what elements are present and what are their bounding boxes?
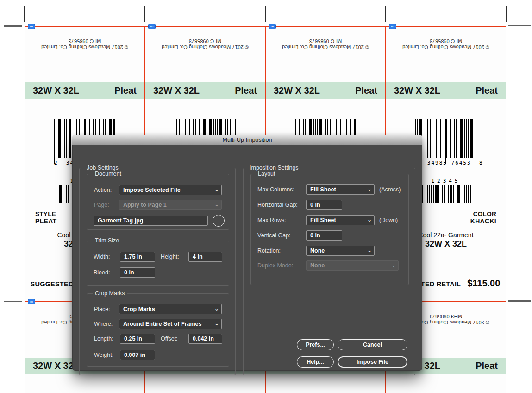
page-label: Page: [94,200,109,210]
tag-size-band: 32W X 32L Pleat [266,82,385,99]
horizontal-gap-value: 0 in [310,202,320,208]
place-value: Crop Marks [123,306,155,312]
copyright-text: © 2017 Meadows Clothing Co. Limited [25,44,144,50]
offset-input[interactable]: 0.042 in [188,334,222,344]
browse-button[interactable]: ... [213,215,225,227]
place-dropdown[interactable]: Crop Marks [119,304,222,314]
sku-digits: 12345 [420,178,472,184]
width-input[interactable]: 1.75 in [120,252,155,262]
chevron-down-icon [391,261,396,269]
where-label: Where: [94,319,113,329]
down-note: (Down) [379,215,398,225]
dialog-body: Job Settings Document Action: Impose Sel… [72,145,422,371]
copyright-text: © 2017 Meadows Clothing Co. Limited [386,44,506,50]
crop-mark [24,6,25,22]
page-guide [8,0,8,393]
bleed-value: 0 in [124,269,134,276]
multi-up-imposition-dialog: Multi-Up Imposition Job Settings Documen… [72,135,422,371]
bleed-input[interactable]: 0 in [120,267,155,278]
height-value: 4 in [193,254,203,260]
retail-price: $115.00 [467,278,500,289]
tag-size: 32W X 32L [153,85,200,96]
length-input[interactable]: 0.25 in [120,334,155,344]
height-input[interactable]: 4 in [188,252,222,262]
length-value: 0.25 in [124,336,142,342]
bleed-label: Bleed: [94,267,110,278]
trim-size-group: Trim Size [87,241,229,286]
tag-copyright-block: © 2017 Meadows Clothing Co. Limited MFG … [266,38,385,50]
prefs-button[interactable]: Prefs... [297,339,334,350]
weight-label: Weight: [94,350,113,360]
upc-barcode: 2 34985 76453 8 [415,119,476,166]
dialog-titlebar[interactable]: Multi-Up Imposition [72,135,422,145]
help-button[interactable]: Help... [297,356,334,368]
tag-style-name: Pleat [355,85,377,96]
page-dropdown: Apply to Page 1 [119,200,222,210]
crop-marks-legend: Crop Marks [93,290,127,297]
horizontal-gap-label: Horizontal Gap: [257,200,298,210]
rotation-dropdown[interactable]: None [306,246,375,256]
where-value: Around Entire Set of Frames [123,321,201,327]
max-rows-label: Max Rows: [257,215,286,225]
tag-style-name: Pleat [476,85,498,96]
page-guide [525,0,525,393]
upc-guard-bar [476,119,476,164]
max-columns-dropdown[interactable]: Fill Sheet [306,184,375,195]
tag-size: 32W X 32L [394,85,440,96]
rotation-value: None [310,247,325,254]
height-label: Height: [161,252,179,262]
copyright-text: © 2017 Meadows Clothing Co. Limited [145,44,265,50]
link-chain-icon: ∞ [28,24,35,29]
dialog-title: Multi-Up Imposition [223,137,272,143]
chevron-down-icon [367,185,372,193]
tag-copyright-block: © 2017 Meadows Clothing Co. Limited MFG … [386,38,506,50]
weight-value: 0.007 in [124,352,145,358]
weight-input[interactable]: 0.007 in [120,350,155,360]
impose-file-button[interactable]: Impose File [338,356,407,368]
color-block: COLOR KHACKI [470,210,496,225]
crop-mark [144,6,145,22]
action-dropdown[interactable]: Impose Selected File [119,185,222,195]
link-chain-icon: ∞ [269,24,276,29]
mfg-number: MFG 0985673 [266,38,385,44]
sku-barcode: 12345 [420,178,472,203]
duplex-mode-dropdown: None [306,260,399,271]
trim-size-legend: Trim Size [93,237,121,244]
job-settings-legend: Job Settings [84,165,121,171]
chevron-down-icon [214,319,219,328]
crop-mark [265,6,266,22]
chevron-down-icon [214,304,219,313]
cancel-button[interactable]: Cancel [338,339,407,350]
across-note: (Across) [379,184,401,195]
link-chain-icon: ∞ [28,299,35,304]
document-legend: Document [93,171,124,177]
chevron-down-icon [214,185,219,194]
style-label: STYLE [35,210,56,217]
crop-mark [508,300,531,302]
copyright-text: © 2017 Meadows Clothing Co. Limited [266,44,385,50]
layout-legend: Layout [256,171,278,177]
filename-input[interactable]: Garment Tag.jpg [94,216,208,226]
style-block: STYLE PLEAT [35,210,56,225]
where-dropdown[interactable]: Around Entire Set of Frames [119,319,222,329]
action-value: Impose Selected File [123,187,181,193]
upc-barcode-bars [415,119,476,158]
duplex-mode-value: None [310,262,325,269]
upc-guard-bar [54,119,55,164]
page-value: Apply to Page 1 [123,202,167,208]
imposition-settings-legend: Imposition Settings [247,165,301,171]
tag-size-band: 32W X 32L Pleat [25,82,144,99]
chevron-down-icon [367,246,372,254]
width-value: 1.75 in [124,254,142,260]
max-columns-value: Fill Sheet [310,186,336,193]
filename-value: Garment Tag.jpg [98,217,143,224]
max-rows-dropdown[interactable]: Fill Sheet [306,215,375,225]
tag-style-name: Pleat [235,85,257,96]
crop-mark [506,6,507,22]
horizontal-gap-input[interactable]: 0 in [306,200,342,210]
tag-style-name: Pleat [476,361,498,371]
crop-mark [4,301,22,302]
vertical-gap-input[interactable]: 0 in [306,230,342,241]
vertical-gap-label: Vertical Gap: [257,230,291,241]
action-label: Action: [94,185,112,195]
